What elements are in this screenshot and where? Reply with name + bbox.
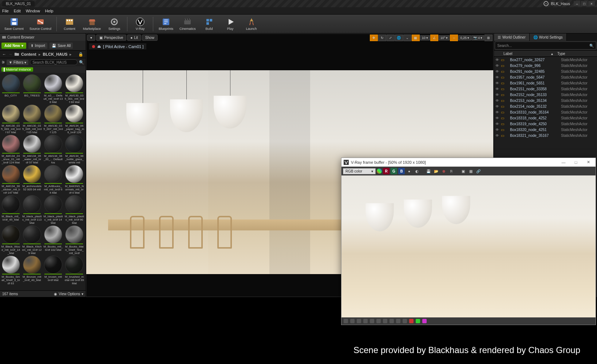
asset-thumbnail[interactable]: M_black_plastic_mtl_brdf 90 Mat [64, 195, 84, 225]
asset-thumbnail[interactable]: M_AM130_035_007_mtl_brdf 125 [43, 104, 63, 134]
asset-thumbnail[interactable]: M_AM134_24_shoe_01_mtl_brdf 124 Mat [1, 135, 21, 164]
asset-thumbnail[interactable]: M_AM134_35_water_mtl_brdf 57 Mat [22, 135, 42, 164]
asset-thumbnail[interactable]: M_Black_Kitchen_mtl_brdf 129 Mat [22, 225, 42, 255]
outliner-row[interactable]: 👁▭Box279_node_996StaticMeshActor [494, 63, 597, 68]
scale-snap-button[interactable]: ↔ [450, 35, 458, 41]
outliner-row[interactable]: 👁▭Box1957_node_5647StaticMeshActor [494, 74, 597, 80]
filters-button[interactable]: ▼ Filters ▾ [7, 60, 28, 65]
grid-snap-value[interactable]: 10▾ [420, 35, 430, 40]
asset-thumbnail[interactable]: M_black_plastic_mtl_brdf 113 Mat [22, 195, 42, 225]
vfb-rgb-icon[interactable] [377, 169, 382, 174]
add-new-button[interactable]: Add New▾ [1, 43, 26, 49]
view-options-button[interactable]: ◉ View Options ▾ [54, 292, 83, 296]
tab-world-settings[interactable]: 🌐 World Settings [530, 33, 567, 41]
visibility-icon[interactable]: 👁 [495, 75, 500, 79]
vfb-clone-icon[interactable]: ⎘ [448, 168, 455, 174]
play-button[interactable]: Play [221, 15, 240, 33]
vray-frame-buffer-window[interactable]: V-Ray frame buffer - [50% of 1920 x 1080… [341, 158, 596, 325]
outliner-search-input[interactable]: Search... 🔍 [495, 41, 596, 50]
save-all-button[interactable]: 💾 Save All [50, 43, 73, 49]
vfb-load-icon[interactable]: 📂 [433, 168, 439, 174]
outliner-header[interactable]: Label▴ Type [494, 50, 597, 57]
vfb-track-icon[interactable]: ▦ [467, 168, 474, 174]
outliner-row[interactable]: 👁▭Box18318_node_4252StaticMeshActor [494, 115, 597, 121]
outliner-row[interactable]: 👁▭Box2152_node_35133StaticMeshActor [494, 92, 597, 98]
grid-snap-button[interactable]: ▦ [412, 35, 420, 41]
visibility-icon[interactable]: 👁 [495, 64, 500, 68]
save-current-button[interactable]: Save Current [2, 15, 26, 33]
surface-snap-button[interactable]: ⌄ [403, 35, 411, 41]
asset-thumbnail[interactable]: M_ArtBooks_mtl_mtl_brdf 64 Mat [43, 165, 63, 194]
maximize-button[interactable]: □ [581, 1, 588, 6]
transform-scale-button[interactable]: ⤢ [387, 35, 395, 41]
vfb-blue-button[interactable]: B [398, 168, 405, 174]
asset-thumbnail[interactable]: M_AM130_035_003_mtl_brdf 67 Mat [1, 104, 21, 134]
filters-toggle-icon[interactable]: ⚞ [1, 60, 5, 65]
outliner-row[interactable]: 👁▭Box1961_node_5651StaticMeshActor [494, 80, 597, 86]
visibility-icon[interactable]: 👁 [495, 87, 500, 91]
source-control-button[interactable]: Source Control [27, 15, 54, 33]
vfb-maximize-button[interactable]: □ [571, 160, 581, 165]
breadcrumb-fwd[interactable]: → [8, 52, 12, 56]
transform-rotate-button[interactable]: ↻ [378, 35, 386, 41]
breadcrumb-seg[interactable]: Content [21, 52, 36, 56]
content-search-input[interactable]: Search BLCK_HAUS [30, 59, 78, 65]
filter-chip[interactable]: ▌Material Instance [1, 67, 33, 72]
visibility-icon[interactable]: 👁 [495, 81, 500, 85]
asset-thumbnail[interactable]: M_AM134_06_paper_bag_mtl_brdf 126 [64, 104, 84, 134]
asset-thumbnail[interactable]: M_brushed_metal mtl brdf 89 Mat [64, 256, 84, 285]
outliner-row[interactable]: 👁▭Box2154_node_35132StaticMeshActor [494, 103, 597, 109]
coord-space-button[interactable]: 🌐 [395, 35, 403, 41]
asset-thumbnail[interactable]: M_Books_mtl_brdf 102 Mat [43, 225, 63, 255]
outliner-row[interactable]: 👁▭Box18310_node_35164StaticMeshActor [494, 109, 597, 115]
vfb-clear-icon[interactable]: ⊗ [440, 168, 447, 174]
search-icon[interactable]: 🔍 [79, 60, 84, 65]
visibility-icon[interactable]: 👁 [495, 116, 500, 120]
visibility-icon[interactable]: 👁 [495, 110, 500, 114]
asset-thumbnail[interactable]: M_AM130_035_001_mtl_brdf 68 Mat [64, 74, 84, 104]
asset-thumbnail[interactable]: M_Books_Main_Shelf_Test_mtl_brdf [64, 225, 84, 255]
outliner-row[interactable]: 👁▭Box2153_node_35134StaticMeshActor [494, 98, 597, 103]
v-ray-button[interactable]: V-Ray [130, 15, 150, 33]
tab-world-outliner[interactable]: ☰ World Outliner [494, 33, 530, 41]
visibility-icon[interactable]: 👁 [495, 122, 500, 126]
asset-thumbnail[interactable]: M_Black_mtl_brdf_45_Mat [1, 195, 21, 225]
viewport-options-button[interactable]: ▾ [87, 35, 95, 41]
breadcrumb-back[interactable]: ← [2, 52, 6, 56]
viewport-mode-button[interactable]: ▣ Perspective [96, 35, 126, 41]
settings-button[interactable]: Settings [104, 15, 124, 33]
import-button[interactable]: ⬆ Import [28, 43, 47, 49]
asset-thumbnail[interactable]: BG_TREES [22, 74, 42, 104]
visibility-icon[interactable]: 👁 [495, 128, 500, 132]
viewport-show-button[interactable]: Show [142, 35, 158, 41]
angle-snap-button[interactable]: ∠ [430, 35, 438, 41]
menu-window[interactable]: Window [26, 9, 40, 13]
asset-thumbnail[interactable]: BG_CITY [1, 74, 21, 104]
cinematics-button[interactable]: Cinematics [177, 15, 198, 33]
visibility-icon[interactable]: 👁 [495, 134, 500, 138]
outliner-row[interactable]: 👁▭Box291_node_32485StaticMeshActor [494, 68, 597, 74]
asset-thumbnail[interactable]: M_Books_Small_Shelf_tl_brdf 63 [1, 256, 21, 285]
vfb-red-button[interactable]: R [383, 168, 390, 174]
outliner-row[interactable]: 👁▭Box2151_node_33358StaticMeshActor [494, 86, 597, 92]
visibility-icon[interactable]: 👁 [495, 58, 500, 62]
vfb-region-icon[interactable]: ▣ [460, 168, 466, 174]
visibility-icon[interactable]: 👁 [495, 104, 500, 108]
marketplace-button[interactable]: Marketplace [81, 15, 103, 33]
menu-help[interactable]: Help [45, 9, 54, 13]
visibility-icon[interactable]: 👁 [495, 70, 500, 74]
asset-thumbnail[interactable]: M_AM134_38_bottle_glass_white mtl [64, 135, 84, 164]
vfb-channel-select[interactable]: RGB color▾ [343, 168, 376, 174]
vfb-link-icon[interactable]: 🔗 [475, 168, 482, 174]
minimize-button[interactable]: – [574, 1, 580, 6]
visibility-icon[interactable]: 👁 [495, 93, 500, 97]
angle-snap-value[interactable]: 10°▾ [439, 35, 450, 40]
vfb-green-button[interactable]: G [391, 168, 397, 174]
build-button[interactable]: Build [199, 15, 219, 33]
breadcrumb-lock-icon[interactable]: 🔒 [78, 52, 83, 57]
eject-icon[interactable]: ⏏ [97, 44, 101, 49]
asset-thumbnail[interactable]: M_Bronze_mtl_brdf_40_Mat [22, 256, 42, 285]
vfb-mono-button[interactable]: ◐ [414, 168, 420, 174]
vfb-minimize-button[interactable]: — [558, 160, 569, 165]
visibility-icon[interactable]: 👁 [495, 99, 500, 103]
